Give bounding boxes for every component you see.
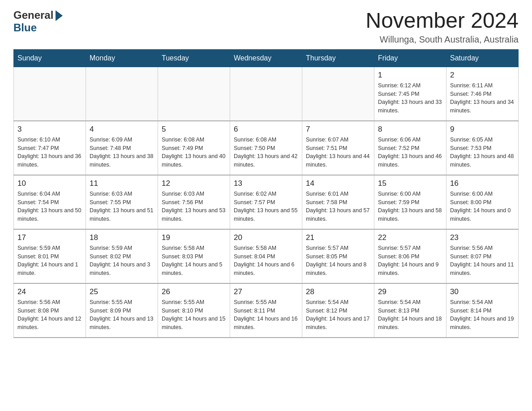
calendar-body: 1Sunrise: 6:12 AMSunset: 7:45 PMDaylight… xyxy=(14,67,519,338)
calendar-cell: 25Sunrise: 5:55 AMSunset: 8:09 PMDayligh… xyxy=(86,283,158,338)
day-info: Sunrise: 6:06 AMSunset: 7:52 PMDaylight:… xyxy=(378,136,442,169)
calendar-header-row: SundayMondayTuesdayWednesdayThursdayFrid… xyxy=(14,49,519,67)
day-number: 14 xyxy=(306,179,370,188)
day-info: Sunrise: 6:03 AMSunset: 7:55 PMDaylight:… xyxy=(90,190,154,223)
day-info: Sunrise: 5:57 AMSunset: 8:06 PMDaylight:… xyxy=(378,244,442,278)
day-number: 17 xyxy=(17,233,82,242)
calendar-cell xyxy=(14,67,86,121)
calendar-cell: 30Sunrise: 5:54 AMSunset: 8:14 PMDayligh… xyxy=(446,283,519,338)
day-info: Sunrise: 6:02 AMSunset: 7:57 PMDaylight:… xyxy=(234,190,298,223)
col-header-sunday: Sunday xyxy=(14,49,86,67)
day-info: Sunrise: 6:08 AMSunset: 7:49 PMDaylight:… xyxy=(162,136,226,169)
day-number: 16 xyxy=(450,179,515,188)
day-info: Sunrise: 6:00 AMSunset: 8:00 PMDaylight:… xyxy=(450,190,515,223)
day-info: Sunrise: 6:05 AMSunset: 7:53 PMDaylight:… xyxy=(450,136,515,169)
day-number: 4 xyxy=(90,125,154,134)
calendar-week-3: 10Sunrise: 6:04 AMSunset: 7:54 PMDayligh… xyxy=(14,175,519,229)
calendar-week-2: 3Sunrise: 6:10 AMSunset: 7:47 PMDaylight… xyxy=(14,121,519,175)
calendar-cell: 21Sunrise: 5:57 AMSunset: 8:05 PMDayligh… xyxy=(302,229,374,283)
col-header-monday: Monday xyxy=(86,49,158,67)
day-info: Sunrise: 6:10 AMSunset: 7:47 PMDaylight:… xyxy=(17,136,82,169)
day-number: 13 xyxy=(234,179,298,188)
day-info: Sunrise: 6:11 AMSunset: 7:46 PMDaylight:… xyxy=(450,81,515,115)
calendar-cell xyxy=(158,67,230,121)
calendar-cell: 6Sunrise: 6:08 AMSunset: 7:50 PMDaylight… xyxy=(230,121,302,175)
day-number: 19 xyxy=(162,233,226,242)
day-info: Sunrise: 5:56 AMSunset: 8:08 PMDaylight:… xyxy=(17,298,82,332)
day-number: 15 xyxy=(378,179,442,188)
day-info: Sunrise: 6:07 AMSunset: 7:51 PMDaylight:… xyxy=(306,136,370,169)
day-number: 29 xyxy=(378,287,442,296)
day-info: Sunrise: 6:03 AMSunset: 7:56 PMDaylight:… xyxy=(162,190,226,223)
col-header-wednesday: Wednesday xyxy=(230,49,302,67)
calendar-cell: 28Sunrise: 5:54 AMSunset: 8:12 PMDayligh… xyxy=(302,283,374,338)
day-number: 7 xyxy=(306,125,370,134)
day-number: 20 xyxy=(234,233,298,242)
day-number: 2 xyxy=(450,71,515,80)
day-number: 30 xyxy=(450,287,515,296)
day-number: 21 xyxy=(306,233,370,242)
calendar-cell: 11Sunrise: 6:03 AMSunset: 7:55 PMDayligh… xyxy=(86,175,158,229)
day-number: 5 xyxy=(162,125,226,134)
location-title: Willunga, South Australia, Australia xyxy=(365,34,519,45)
calendar-cell: 12Sunrise: 6:03 AMSunset: 7:56 PMDayligh… xyxy=(158,175,230,229)
page-header: General Blue November 2024 Willunga, Sou… xyxy=(13,9,519,45)
calendar-cell xyxy=(302,67,374,121)
day-info: Sunrise: 5:55 AMSunset: 8:10 PMDaylight:… xyxy=(162,298,226,332)
col-header-saturday: Saturday xyxy=(446,49,519,67)
calendar-cell: 13Sunrise: 6:02 AMSunset: 7:57 PMDayligh… xyxy=(230,175,302,229)
calendar-cell: 7Sunrise: 6:07 AMSunset: 7:51 PMDaylight… xyxy=(302,121,374,175)
day-info: Sunrise: 6:00 AMSunset: 7:59 PMDaylight:… xyxy=(378,190,442,223)
calendar-cell: 5Sunrise: 6:08 AMSunset: 7:49 PMDaylight… xyxy=(158,121,230,175)
calendar-cell: 14Sunrise: 6:01 AMSunset: 7:58 PMDayligh… xyxy=(302,175,374,229)
day-info: Sunrise: 5:54 AMSunset: 8:14 PMDaylight:… xyxy=(450,298,515,332)
col-header-thursday: Thursday xyxy=(302,49,374,67)
calendar-cell: 17Sunrise: 5:59 AMSunset: 8:01 PMDayligh… xyxy=(14,229,86,283)
day-info: Sunrise: 5:58 AMSunset: 8:04 PMDaylight:… xyxy=(234,244,298,278)
day-number: 3 xyxy=(17,125,82,134)
calendar-cell: 1Sunrise: 6:12 AMSunset: 7:45 PMDaylight… xyxy=(374,67,446,121)
day-number: 25 xyxy=(90,287,154,296)
day-number: 6 xyxy=(234,125,298,134)
day-number: 24 xyxy=(17,287,82,296)
day-info: Sunrise: 6:01 AMSunset: 7:58 PMDaylight:… xyxy=(306,190,370,223)
calendar-cell: 2Sunrise: 6:11 AMSunset: 7:46 PMDaylight… xyxy=(446,67,519,121)
day-info: Sunrise: 6:08 AMSunset: 7:50 PMDaylight:… xyxy=(234,136,298,169)
calendar-cell: 22Sunrise: 5:57 AMSunset: 8:06 PMDayligh… xyxy=(374,229,446,283)
day-number: 12 xyxy=(162,179,226,188)
calendar-week-5: 24Sunrise: 5:56 AMSunset: 8:08 PMDayligh… xyxy=(14,283,519,338)
day-number: 26 xyxy=(162,287,226,296)
day-info: Sunrise: 5:59 AMSunset: 8:02 PMDaylight:… xyxy=(90,244,154,278)
calendar-cell: 19Sunrise: 5:58 AMSunset: 8:03 PMDayligh… xyxy=(158,229,230,283)
day-number: 27 xyxy=(234,287,298,296)
calendar-cell xyxy=(86,67,158,121)
calendar-cell: 27Sunrise: 5:55 AMSunset: 8:11 PMDayligh… xyxy=(230,283,302,338)
calendar-cell: 26Sunrise: 5:55 AMSunset: 8:10 PMDayligh… xyxy=(158,283,230,338)
calendar-cell: 29Sunrise: 5:54 AMSunset: 8:13 PMDayligh… xyxy=(374,283,446,338)
day-info: Sunrise: 6:12 AMSunset: 7:45 PMDaylight:… xyxy=(378,81,442,115)
logo-blue-text: Blue xyxy=(13,21,37,34)
day-info: Sunrise: 5:56 AMSunset: 8:07 PMDaylight:… xyxy=(450,244,515,278)
calendar-cell: 23Sunrise: 5:56 AMSunset: 8:07 PMDayligh… xyxy=(446,229,519,283)
day-info: Sunrise: 5:54 AMSunset: 8:13 PMDaylight:… xyxy=(378,298,442,332)
day-number: 10 xyxy=(17,179,82,188)
calendar-cell: 15Sunrise: 6:00 AMSunset: 7:59 PMDayligh… xyxy=(374,175,446,229)
logo-triangle-icon xyxy=(56,10,63,21)
day-info: Sunrise: 5:55 AMSunset: 8:11 PMDaylight:… xyxy=(234,298,298,332)
day-info: Sunrise: 5:59 AMSunset: 8:01 PMDaylight:… xyxy=(17,244,82,278)
calendar-week-4: 17Sunrise: 5:59 AMSunset: 8:01 PMDayligh… xyxy=(14,229,519,283)
col-header-friday: Friday xyxy=(374,49,446,67)
day-number: 9 xyxy=(450,125,515,134)
calendar-cell: 16Sunrise: 6:00 AMSunset: 8:00 PMDayligh… xyxy=(446,175,519,229)
day-info: Sunrise: 5:58 AMSunset: 8:03 PMDaylight:… xyxy=(162,244,226,278)
calendar-cell xyxy=(230,67,302,121)
month-title: November 2024 xyxy=(365,9,519,33)
calendar-cell: 4Sunrise: 6:09 AMSunset: 7:48 PMDaylight… xyxy=(86,121,158,175)
day-number: 1 xyxy=(378,71,442,80)
title-section: November 2024 Willunga, South Australia,… xyxy=(365,9,519,45)
calendar-cell: 3Sunrise: 6:10 AMSunset: 7:47 PMDaylight… xyxy=(14,121,86,175)
calendar-cell: 20Sunrise: 5:58 AMSunset: 8:04 PMDayligh… xyxy=(230,229,302,283)
day-number: 8 xyxy=(378,125,442,134)
calendar-cell: 10Sunrise: 6:04 AMSunset: 7:54 PMDayligh… xyxy=(14,175,86,229)
logo-general-text: General xyxy=(13,9,53,21)
